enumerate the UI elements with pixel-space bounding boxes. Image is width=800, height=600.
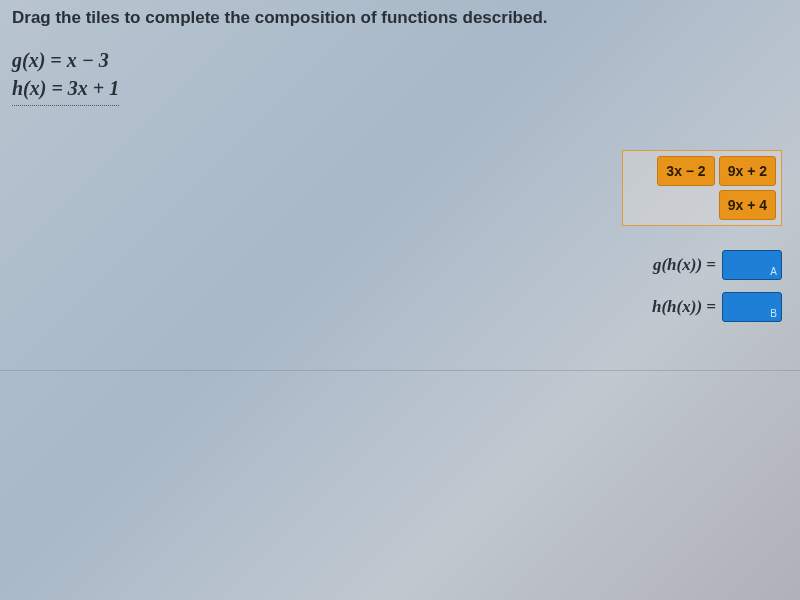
draggable-tile[interactable]: 3x − 2 xyxy=(657,156,714,186)
function-h: h(x) = 3x + 1 xyxy=(12,74,119,102)
answer-area: g(h(x)) = A h(h(x)) = B xyxy=(582,250,782,334)
instruction-text: Drag the tiles to complete the compositi… xyxy=(12,8,548,28)
answer-row: g(h(x)) = A xyxy=(582,250,782,280)
draggable-tile[interactable]: 9x + 2 xyxy=(719,156,776,186)
drop-slot-b[interactable]: B xyxy=(722,292,782,322)
draggable-tile[interactable]: 9x + 4 xyxy=(719,190,776,220)
function-g: g(x) = x − 3 xyxy=(12,46,119,74)
tile-box: 3x − 2 9x + 2 9x + 4 xyxy=(622,150,782,226)
function-definitions: g(x) = x − 3 h(x) = 3x + 1 xyxy=(12,46,119,106)
divider-line xyxy=(0,370,800,371)
answer-label: g(h(x)) = xyxy=(653,255,716,275)
tile-palette: 3x − 2 9x + 2 9x + 4 xyxy=(622,150,782,226)
answer-label: h(h(x)) = xyxy=(652,297,716,317)
drop-slot-a[interactable]: A xyxy=(722,250,782,280)
answer-row: h(h(x)) = B xyxy=(582,292,782,322)
